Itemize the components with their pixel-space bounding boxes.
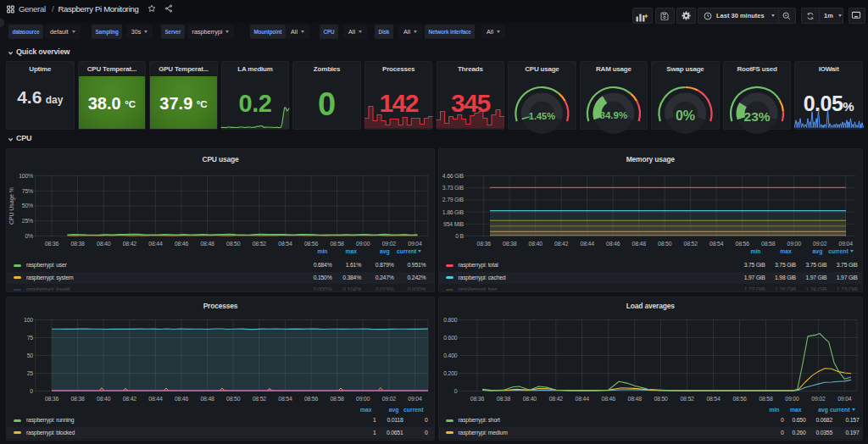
svg-text:0.400: 0.400 xyxy=(443,352,458,358)
svg-text:08:54: 08:54 xyxy=(278,241,292,247)
svg-text:75%: 75% xyxy=(22,188,33,194)
svg-text:08:58: 08:58 xyxy=(330,396,344,402)
svg-text:08:52: 08:52 xyxy=(684,241,698,247)
svg-text:08:48: 08:48 xyxy=(200,396,214,402)
svg-text:08:52: 08:52 xyxy=(253,396,267,402)
svg-text:25%: 25% xyxy=(22,218,33,224)
svg-text:0.800: 0.800 xyxy=(443,317,458,323)
svg-text:08:38: 08:38 xyxy=(497,396,511,402)
svg-text:08:46: 08:46 xyxy=(175,241,189,247)
svg-text:0 B: 0 B xyxy=(455,233,464,239)
svg-text:0.200: 0.200 xyxy=(443,370,458,376)
svg-text:08:52: 08:52 xyxy=(680,396,694,402)
svg-text:08:42: 08:42 xyxy=(123,396,137,402)
svg-text:50%: 50% xyxy=(22,203,33,208)
svg-text:08:46: 08:46 xyxy=(606,241,620,247)
svg-text:09:02: 09:02 xyxy=(811,396,826,402)
svg-text:09:04: 09:04 xyxy=(837,396,852,402)
svg-text:08:48: 08:48 xyxy=(200,241,214,247)
svg-text:CPU Usage %: CPU Usage % xyxy=(8,187,15,225)
svg-text:08:46: 08:46 xyxy=(175,396,189,402)
svg-text:09:00: 09:00 xyxy=(356,396,370,402)
svg-text:08:36: 08:36 xyxy=(477,241,492,247)
svg-text:08:44: 08:44 xyxy=(148,396,163,402)
svg-text:08:56: 08:56 xyxy=(304,396,319,402)
svg-text:09:04: 09:04 xyxy=(839,241,854,247)
svg-text:08:38: 08:38 xyxy=(503,241,517,247)
svg-text:08:40: 08:40 xyxy=(97,241,111,247)
svg-text:0: 0 xyxy=(454,388,458,394)
svg-text:08:42: 08:42 xyxy=(123,241,137,247)
svg-text:08:50: 08:50 xyxy=(226,241,241,247)
svg-text:08:54: 08:54 xyxy=(706,396,721,402)
svg-text:08:40: 08:40 xyxy=(523,396,537,402)
svg-text:2.79 GiB: 2.79 GiB xyxy=(442,197,465,203)
svg-text:08:38: 08:38 xyxy=(70,396,85,402)
svg-text:08:36: 08:36 xyxy=(45,241,59,247)
svg-text:08:48: 08:48 xyxy=(632,241,647,247)
svg-text:08:36: 08:36 xyxy=(45,396,59,402)
svg-text:0: 0 xyxy=(30,388,33,394)
svg-text:08:42: 08:42 xyxy=(554,241,569,247)
svg-text:09:04: 09:04 xyxy=(408,241,422,247)
svg-text:08:50: 08:50 xyxy=(658,241,672,247)
svg-text:08:42: 08:42 xyxy=(549,396,564,402)
svg-text:08:54: 08:54 xyxy=(709,241,724,247)
svg-text:08:44: 08:44 xyxy=(148,241,163,247)
svg-text:0.600: 0.600 xyxy=(443,335,458,341)
svg-text:08:58: 08:58 xyxy=(759,396,773,402)
svg-text:08:36: 08:36 xyxy=(470,396,485,402)
svg-text:08:38: 08:38 xyxy=(70,241,85,247)
svg-text:3.73 GiB: 3.73 GiB xyxy=(442,185,465,191)
svg-text:09:02: 09:02 xyxy=(382,241,397,247)
svg-text:954 MiB: 954 MiB xyxy=(443,221,464,227)
svg-text:08:50: 08:50 xyxy=(654,396,668,402)
svg-text:08:56: 08:56 xyxy=(736,241,750,247)
svg-text:09:02: 09:02 xyxy=(382,396,397,402)
svg-text:0%: 0% xyxy=(25,233,33,239)
svg-text:08:48: 08:48 xyxy=(628,396,643,402)
svg-text:08:44: 08:44 xyxy=(581,241,595,247)
svg-text:09:00: 09:00 xyxy=(356,241,370,247)
svg-text:09:04: 09:04 xyxy=(408,396,422,402)
svg-text:75: 75 xyxy=(27,335,34,341)
svg-text:08:56: 08:56 xyxy=(732,396,747,402)
svg-text:08:46: 08:46 xyxy=(602,396,616,402)
svg-text:08:40: 08:40 xyxy=(529,241,543,247)
svg-text:08:52: 08:52 xyxy=(253,241,267,247)
svg-text:25: 25 xyxy=(27,370,34,376)
svg-text:4.66 GiB: 4.66 GiB xyxy=(442,173,465,179)
svg-text:08:50: 08:50 xyxy=(226,396,241,402)
svg-text:09:02: 09:02 xyxy=(813,241,827,247)
svg-text:50: 50 xyxy=(27,352,34,358)
svg-text:100%: 100% xyxy=(19,173,33,179)
svg-text:09:00: 09:00 xyxy=(787,241,802,247)
svg-text:08:58: 08:58 xyxy=(330,241,344,247)
svg-text:08:44: 08:44 xyxy=(576,396,590,402)
svg-text:08:56: 08:56 xyxy=(304,241,319,247)
svg-text:09:00: 09:00 xyxy=(785,396,799,402)
svg-text:08:54: 08:54 xyxy=(278,396,292,402)
svg-text:08:58: 08:58 xyxy=(761,241,776,247)
svg-text:08:40: 08:40 xyxy=(97,396,111,402)
svg-text:100: 100 xyxy=(24,317,33,323)
svg-text:1.86 GiB: 1.86 GiB xyxy=(442,209,465,215)
